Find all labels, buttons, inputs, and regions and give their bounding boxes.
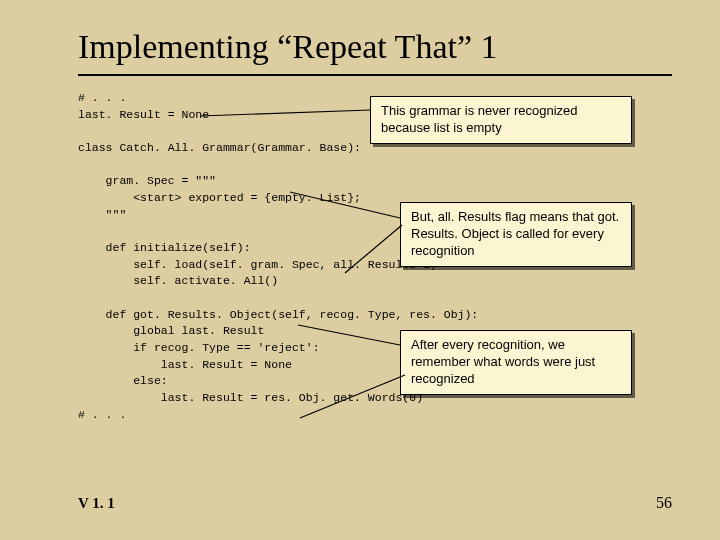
title-rule [78,74,672,76]
slide: Implementing “Repeat That” 1 # . . . las… [0,0,720,540]
version-label: V 1. 1 [78,495,115,512]
page-number: 56 [656,494,672,512]
slide-title: Implementing “Repeat That” 1 [78,28,672,66]
callout-remember-words: After every recognition, we remember wha… [400,330,632,395]
callout-all-results: But, all. Results flag means that got. R… [400,202,632,267]
callout-grammar-empty: This grammar is never recognized because… [370,96,632,144]
